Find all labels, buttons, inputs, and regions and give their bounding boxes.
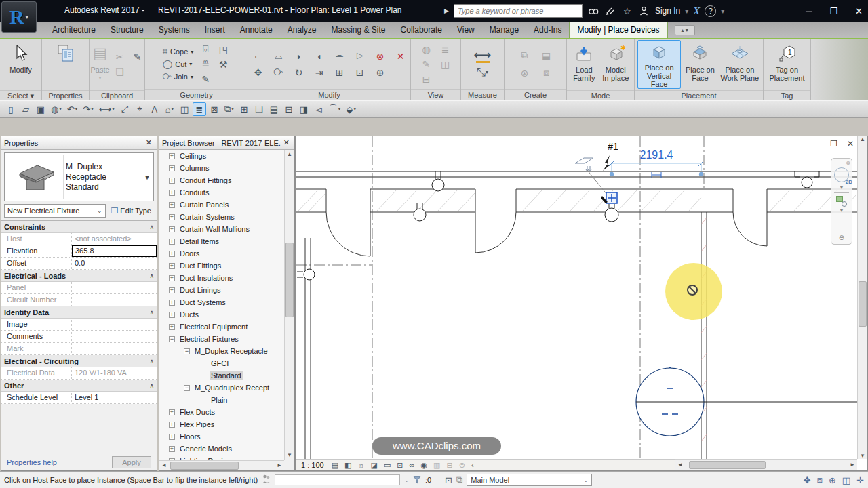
place-on-face-button[interactable]: Place on Face xyxy=(682,40,718,89)
tree-item-label[interactable]: GFCI xyxy=(210,359,230,367)
paint-icon[interactable]: ✎ xyxy=(199,73,212,86)
maximize-button[interactable]: ❐ xyxy=(829,6,837,16)
tree-item-electrical-equipment[interactable]: +Electrical Equipment xyxy=(159,321,284,333)
select-elements-by-face-icon[interactable]: ◫ xyxy=(842,474,850,485)
tree-item-label[interactable]: Floors xyxy=(178,432,202,441)
open-file-icon[interactable]: ▱ xyxy=(19,102,33,116)
tree-item-standard[interactable]: Standard xyxy=(159,369,284,382)
navbar-close-icon[interactable]: ⊗ xyxy=(846,160,850,166)
tree-item-label[interactable]: Duct Fittings xyxy=(178,262,222,270)
properties-toggle-button[interactable] xyxy=(46,40,85,89)
tab-structure[interactable]: Structure xyxy=(103,22,151,38)
default-3d-view-icon[interactable]: ⌂▾ xyxy=(163,102,176,116)
property-value[interactable]: 365.8 xyxy=(72,245,157,257)
property-value[interactable]: <not associated> xyxy=(72,233,157,245)
aligned-dimension-icon[interactable]: ⤢ xyxy=(118,102,132,116)
tree-item-label[interactable]: Standard xyxy=(210,371,243,380)
panel-modify-label[interactable]: Modify xyxy=(248,89,410,100)
wall-layers-icon[interactable]: ≞ xyxy=(199,58,212,71)
show-crop-region-icon[interactable]: ⊡ xyxy=(397,461,403,470)
tree-item-label[interactable]: Curtain Panels xyxy=(178,201,230,209)
demolish-hammer-icon[interactable]: ⚒ xyxy=(216,58,230,71)
panel-create-label[interactable]: Create xyxy=(505,89,566,100)
rotate-icon[interactable]: ↻ xyxy=(292,66,306,79)
modify-button[interactable]: Modify xyxy=(3,40,39,89)
edit-in-place-icon[interactable]: ⧉ xyxy=(456,474,462,485)
scroll-up-icon[interactable]: ▲ xyxy=(285,150,294,159)
expand-tree-icon[interactable]: + xyxy=(169,214,175,220)
tree-item-label[interactable]: Ducts xyxy=(178,310,200,319)
tree-item-ducts[interactable]: +Ducts xyxy=(159,308,284,321)
property-value[interactable] xyxy=(72,294,157,306)
view-panel-icon-0[interactable]: ◍ xyxy=(420,43,433,56)
expand-tree-icon[interactable]: + xyxy=(169,312,175,318)
expand-tree-icon[interactable]: + xyxy=(169,202,175,208)
text-icon[interactable]: A xyxy=(148,102,161,116)
switch-windows-icon[interactable]: ⧉▾ xyxy=(222,102,236,116)
place-on-work-plane-button[interactable]: Place on Work Plane xyxy=(719,40,760,89)
favorites-star-icon[interactable]: ☆ xyxy=(621,5,633,17)
canvas-scroll-left-icon[interactable]: ◄ xyxy=(675,460,685,470)
search-expand-icon[interactable]: ▶ xyxy=(444,7,449,14)
crop-view-icon[interactable]: ▭ xyxy=(384,461,391,470)
paste-qat-icon[interactable]: ▤ xyxy=(267,102,281,116)
tab-insert[interactable]: Insert xyxy=(197,22,233,38)
canvas-scroll-down-icon[interactable]: ▼ xyxy=(860,453,865,459)
tree-item-gfci[interactable]: GFCI xyxy=(159,357,284,369)
tree-item-label[interactable]: Duct Linings xyxy=(178,286,222,294)
tree-item-label[interactable]: M_Quadruplex Recept xyxy=(193,384,271,392)
tree-item-label[interactable]: Doors xyxy=(178,249,201,258)
load-family-button[interactable]: Load Family xyxy=(570,40,599,89)
collapse-chevron-icon[interactable]: ∧ xyxy=(149,224,154,230)
join-button[interactable]: ⧂Join▾ xyxy=(163,71,194,82)
scroll-right-icon[interactable]: ► xyxy=(275,461,284,470)
search-input[interactable] xyxy=(454,4,583,18)
detail-level-icon[interactable]: ▤ xyxy=(332,461,338,470)
expand-tree-icon[interactable]: + xyxy=(169,263,175,269)
panel-placement-label[interactable]: Placement xyxy=(635,90,763,101)
tree-item-generic-models[interactable]: +Generic Models xyxy=(159,443,284,455)
tree-item-label[interactable]: Columns xyxy=(178,164,210,172)
tree-item-label[interactable]: Duct Insulations xyxy=(178,274,234,282)
redo-icon[interactable]: ↷▾ xyxy=(81,102,95,116)
view-close-button[interactable]: ✕ xyxy=(847,139,854,148)
property-value[interactable] xyxy=(72,343,157,354)
collapse-chevron-icon[interactable]: ∧ xyxy=(149,309,154,316)
scroll-down-icon[interactable]: ▼ xyxy=(285,451,294,460)
close-button[interactable]: ✕ xyxy=(855,6,863,16)
property-value[interactable] xyxy=(72,282,157,293)
floor-plan-drawing[interactable]: 2191.4 #1 xyxy=(296,136,857,459)
panel-clipboard-label[interactable]: Clipboard xyxy=(90,90,144,101)
expand-tree-icon[interactable]: + xyxy=(169,287,175,293)
tree-item-duct-systems[interactable]: +Duct Systems xyxy=(159,296,284,308)
expand-tree-icon[interactable]: + xyxy=(169,251,175,257)
tree-item-label[interactable]: Flex Pipes xyxy=(178,420,216,428)
show-analytical-model-icon[interactable]: ⊟ xyxy=(446,461,452,470)
view-panel-icon-3[interactable]: ≣ xyxy=(439,43,452,56)
detail-line-icon[interactable]: ⌒▾ xyxy=(327,102,343,116)
expand-tree-icon[interactable]: + xyxy=(169,300,175,306)
visibility-graphics-icon[interactable]: ◨ xyxy=(297,102,311,116)
tree-item-m-duplex-receptacle[interactable]: −M_Duplex Receptacle xyxy=(159,345,284,357)
collapse-tree-icon[interactable]: − xyxy=(184,348,190,354)
move-icon[interactable]: ✥ xyxy=(252,66,265,79)
tree-item-ceilings[interactable]: +Ceilings xyxy=(159,150,284,162)
section-icon[interactable]: ◫ xyxy=(178,102,191,116)
tree-item-duct-insulations[interactable]: +Duct Insulations xyxy=(159,272,284,284)
select-pinned-elements-icon[interactable]: ⊕ xyxy=(829,474,836,485)
tree-item-curtain-panels[interactable]: +Curtain Panels xyxy=(159,199,284,211)
navbar-minimize-icon[interactable]: ⊖ xyxy=(839,234,844,241)
panel-select-label[interactable]: Select ▾ xyxy=(0,90,41,101)
property-value[interactable]: Level 1 xyxy=(72,392,157,403)
tree-item-label[interactable]: Conduit Fittings xyxy=(178,176,233,184)
properties-close-icon[interactable]: ✕ xyxy=(144,138,154,147)
panel-mode-label[interactable]: Mode xyxy=(567,90,634,101)
expand-tree-icon[interactable]: + xyxy=(169,434,175,440)
steering-wheel-icon[interactable]: 2D xyxy=(834,167,849,182)
canvas-scroll-right-icon[interactable]: ► xyxy=(848,460,857,470)
tree-item-label[interactable]: M_Duplex Receptacle xyxy=(193,347,269,355)
mirror-pick-icon[interactable]: ◗ xyxy=(292,49,306,63)
tree-item-detail-items[interactable]: +Detail Items xyxy=(159,235,284,247)
tree-item-conduit-fittings[interactable]: +Conduit Fittings xyxy=(159,174,284,186)
create-panel-icon-2[interactable]: ⬓ xyxy=(540,49,553,62)
